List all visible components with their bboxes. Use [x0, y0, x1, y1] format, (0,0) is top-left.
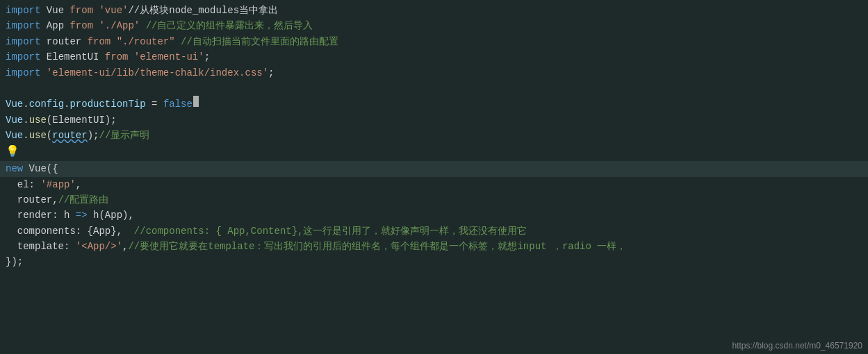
- code-line-4: import ElementUI from 'element-ui';: [0, 49, 868, 65]
- code-line-5: import 'element-ui/lib/theme-chalk/index…: [0, 65, 868, 81]
- code-line-9: Vue.use(router);//显示声明: [0, 128, 868, 143]
- code-line-7: Vue.config.productionTip = false: [0, 96, 868, 112]
- code-line-11: new Vue({: [0, 161, 868, 176]
- code-line-3: import router from "./router" //自动扫描当前文件…: [0, 34, 868, 49]
- code-line-1: import Vue from 'vue'//从模块node_modules当中…: [0, 3, 868, 18]
- cursor: [193, 96, 199, 107]
- code-line-12: el: '#app',: [0, 177, 868, 192]
- url-bar: https://blog.csdn.net/m0_46571920: [727, 338, 868, 354]
- code-line-14: render: h => h(App),: [0, 208, 868, 223]
- code-line-13: router,//配置路由: [0, 192, 868, 208]
- lightbulb-icon: 💡: [6, 144, 19, 162]
- code-line-2: import App from './App' //自己定义的组件暴露出来，然后…: [0, 18, 868, 33]
- code-line-10: 💡: [0, 144, 868, 162]
- code-line-16: template: '<App/>',//要使用它就要在template：写出我…: [0, 239, 868, 254]
- keyword-import: import: [6, 3, 40, 18]
- code-line-15: components: {App}, //components: { App,C…: [0, 224, 868, 239]
- keyword-from: from: [69, 3, 93, 18]
- code-editor: import Vue from 'vue'//从模块node_modules当中…: [0, 0, 868, 340]
- code-line-17: });: [0, 254, 868, 269]
- code-line-8: Vue.use(ElementUI);: [0, 112, 868, 128]
- code-line-6: [0, 81, 868, 96]
